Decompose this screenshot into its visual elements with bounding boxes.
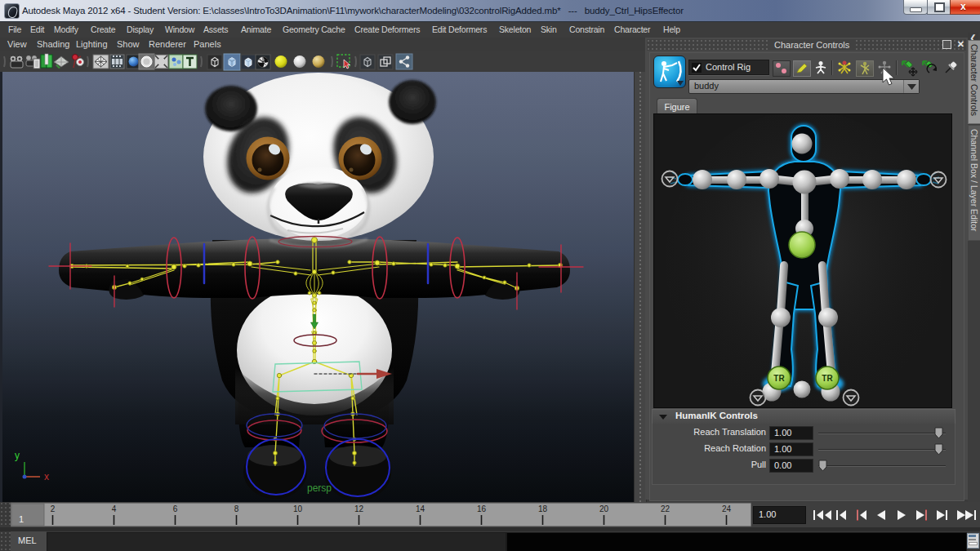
svg-text:10: 10 — [293, 504, 303, 513]
svg-text:20: 20 — [599, 504, 609, 513]
svg-text:4: 4 — [112, 504, 117, 513]
svg-text:8: 8 — [234, 504, 239, 513]
svg-text:14: 14 — [416, 504, 425, 513]
svg-text:16: 16 — [477, 504, 487, 513]
svg-text:y: y — [15, 450, 20, 461]
svg-text:24: 24 — [722, 504, 732, 513]
svg-text:2: 2 — [51, 504, 56, 513]
svg-text:6: 6 — [173, 504, 178, 513]
svg-text:18: 18 — [538, 504, 548, 513]
svg-text:1: 1 — [19, 514, 24, 524]
svg-text:TR: TR — [773, 374, 785, 383]
svg-text:x: x — [44, 471, 49, 482]
svg-text:22: 22 — [661, 504, 670, 513]
svg-text:12: 12 — [354, 504, 364, 513]
svg-text:persp: persp — [307, 482, 332, 494]
svg-text:TR: TR — [822, 374, 833, 383]
